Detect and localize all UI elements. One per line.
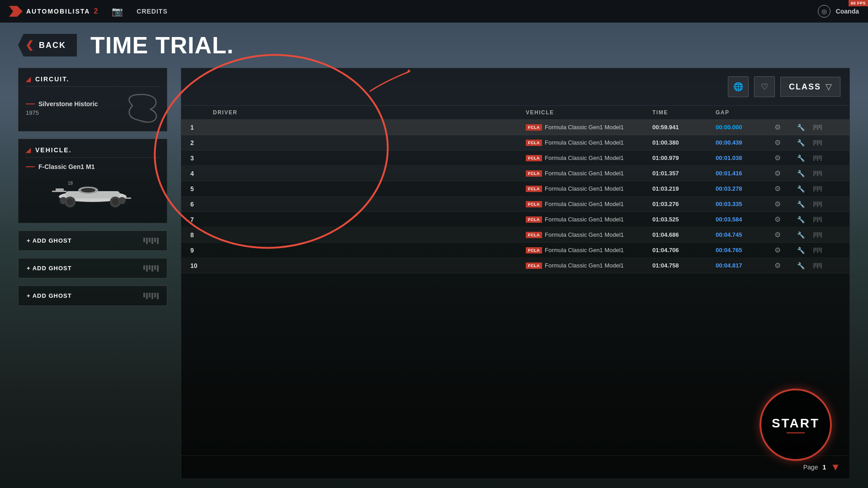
circuit-indicator: Silverstone Historic — [26, 100, 98, 108]
vehicle-name-cell: Formula Classic Gen1 Model1 — [545, 216, 624, 223]
gear-icon[interactable]: ⚙ — [774, 215, 797, 224]
table-row: 1 FCLA Formula Classic Gen1 Model1 00:59… — [181, 120, 849, 135]
svg-point-14 — [118, 197, 126, 204]
svg-text:18: 18 — [68, 181, 73, 186]
gear-icon[interactable]: ⚙ — [774, 200, 797, 208]
wrench-icon[interactable]: 🔧 — [797, 124, 813, 131]
vehicle-name-cell: Formula Classic Gen1 Model1 — [545, 170, 624, 177]
wrench-icon[interactable]: 🔧 — [797, 216, 813, 223]
vehicle-name-cell: Formula Classic Gen1 Model1 — [545, 185, 624, 192]
wrench-icon[interactable]: 🔧 — [797, 247, 813, 254]
credits-link[interactable]: CREDITS — [137, 8, 167, 15]
vehicle-card-title: ◢ VEHICLE. — [26, 146, 160, 158]
globe-button[interactable]: 🌐 — [728, 76, 749, 97]
class-badge: FCLA — [526, 216, 542, 223]
wrench-icon[interactable]: 🔧 — [797, 201, 813, 208]
vehicle-cell: FCLA Formula Classic Gen1 Model1 — [526, 139, 652, 146]
table-row: 7 FCLA Formula Classic Gen1 Model1 01:03… — [181, 212, 849, 227]
vehicle-name-cell: Formula Classic Gen1 Model1 — [545, 139, 624, 146]
wrench-icon[interactable]: 🔧 — [797, 170, 813, 177]
logo-text: AUTOMOBILISTA — [26, 8, 90, 15]
ghost-btn-2-label: + ADD GHOST — [27, 265, 72, 272]
time-cell: 01:03.219 — [652, 185, 716, 192]
svg-point-12 — [112, 199, 118, 205]
gear-icon[interactable]: ⚙ — [774, 184, 797, 193]
gap-cell: 00:03.584 — [716, 216, 774, 223]
track-outline: 1.2 — [123, 92, 160, 124]
gear-icon[interactable]: ⚙ — [774, 261, 797, 270]
gap-cell: 00:04.765 — [716, 247, 774, 253]
vehicle-cell: FCLA Formula Classic Gen1 Model1 — [526, 231, 652, 238]
camera-button[interactable]: 📷 — [112, 6, 123, 17]
start-label: START — [772, 416, 820, 431]
svg-text:1.2: 1.2 — [141, 120, 145, 123]
wrench-icon[interactable]: 🔧 — [797, 139, 813, 146]
start-button[interactable]: START — [760, 389, 832, 461]
circuit-name-text: Silverstone Historic — [38, 100, 98, 108]
table-row: 2 FCLA Formula Classic Gen1 Model1 01:00… — [181, 135, 849, 150]
ghost-btn-3-label: + ADD GHOST — [27, 292, 72, 299]
ghost-pattern-2 — [143, 265, 159, 272]
time-cell: 01:00.380 — [652, 139, 716, 146]
vehicle-name-cell: Formula Classic Gen1 Model1 — [545, 231, 624, 238]
vehicle-cell: FCLA Formula Classic Gen1 Model1 — [526, 124, 652, 131]
page-label: Page — [803, 464, 818, 471]
circuit-info: Silverstone Historic 1975 1.2 — [26, 92, 160, 124]
gear-icon[interactable]: ⚙ — [774, 123, 797, 131]
gear-icon[interactable]: ⚙ — [774, 246, 797, 254]
row-pattern — [813, 155, 840, 161]
leaderboard-panel: 🌐 ♡ CLASS ▽ DRIVER VEHICLE TIME GAP — [181, 68, 850, 479]
add-ghost-button-3[interactable]: + ADD GHOST — [18, 286, 167, 306]
driver-header: DRIVER — [213, 109, 526, 116]
gap-cell: 00:00.000 — [716, 124, 774, 131]
gap-cell: 00:01.416 — [716, 170, 774, 177]
vehicle-cell: FCLA Formula Classic Gen1 Model1 — [526, 155, 652, 161]
wrench-icon[interactable]: 🔧 — [797, 155, 813, 162]
vehicle-cell: FCLA Formula Classic Gen1 Model1 — [526, 185, 652, 192]
vehicle-name-row: F-Classic Gen1 M1 — [26, 163, 160, 170]
filter-icon: ▽ — [826, 82, 832, 92]
vehicle-card: ◢ VEHICLE. F-Classic Gen1 M1 18 — [18, 139, 167, 223]
wrench-icon[interactable]: 🔧 — [797, 262, 813, 269]
time-cell: 01:03.276 — [652, 201, 716, 207]
vehicle-section-label: VEHICLE. — [35, 146, 72, 154]
gear-icon[interactable]: ⚙ — [774, 154, 797, 162]
fps-badge: 60 FPS — [849, 0, 868, 6]
back-arrow-icon: ❮ — [25, 39, 34, 51]
svg-rect-7 — [52, 191, 66, 192]
heart-button[interactable]: ♡ — [754, 76, 775, 97]
svg-point-13 — [60, 197, 67, 204]
next-page-button[interactable]: ▼ — [830, 461, 840, 473]
gap-cell: 00:04.817 — [716, 262, 774, 269]
row-pattern — [813, 263, 840, 268]
wrench-header — [797, 109, 813, 116]
time-cell: 01:03.525 — [652, 216, 716, 223]
wrench-icon[interactable]: 🔧 — [797, 231, 813, 239]
back-button[interactable]: ❮ BACK — [18, 34, 77, 56]
main-content: ❮ BACK TIME TRIAL. ◢ CIRCUIT. Silverston… — [0, 23, 868, 488]
logo: AUTOMOBILISTA 2 — [9, 6, 98, 17]
gear-icon[interactable]: ⚙ — [774, 230, 797, 239]
class-filter-label: CLASS — [789, 82, 821, 92]
class-filter-button[interactable]: CLASS ▽ — [780, 77, 840, 97]
gear-icon[interactable]: ⚙ — [774, 169, 797, 178]
wrench-icon[interactable]: 🔧 — [797, 185, 813, 192]
pattern-header — [813, 109, 840, 116]
svg-rect-8 — [56, 188, 64, 191]
row-pattern — [813, 171, 840, 176]
gear-icon[interactable]: ⚙ — [774, 138, 797, 147]
circuit-card: ◢ CIRCUIT. Silverstone Historic 1975 — [18, 68, 167, 131]
gap-cell: 00:04.745 — [716, 231, 774, 238]
vehicle-cell: FCLA Formula Classic Gen1 Model1 — [526, 262, 652, 269]
add-ghost-button-1[interactable]: + ADD GHOST — [18, 230, 167, 251]
circuit-card-title: ◢ CIRCUIT. — [26, 75, 160, 87]
add-ghost-button-2[interactable]: + ADD GHOST — [18, 258, 167, 278]
class-badge: FCLA — [526, 124, 542, 131]
row-pattern — [813, 232, 840, 238]
vehicle-cell: FCLA Formula Classic Gen1 Model1 — [526, 247, 652, 253]
logo-icon — [9, 6, 23, 17]
rank-cell: 6 — [190, 201, 213, 208]
body-layout: ◢ CIRCUIT. Silverstone Historic 1975 — [0, 68, 868, 488]
circuit-name: Silverstone Historic 1975 — [26, 100, 98, 116]
vehicle-name-cell: Formula Classic Gen1 Model1 — [545, 155, 624, 161]
